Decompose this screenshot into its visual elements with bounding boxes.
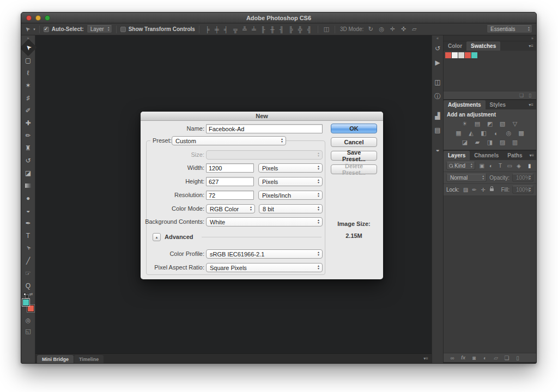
- pixel-layer-filter-icon[interactable]: ▣: [478, 163, 486, 169]
- invert-icon[interactable]: ◪: [459, 138, 470, 147]
- title-bar[interactable]: Adobe Photoshop CS6: [21, 13, 536, 23]
- 3d-slide-icon[interactable]: ✜: [399, 26, 408, 33]
- cancel-button[interactable]: Cancel: [331, 137, 377, 147]
- color-balance-icon[interactable]: ◭: [466, 128, 477, 138]
- eraser-tool[interactable]: ◪: [22, 167, 34, 179]
- background-contents-dropdown[interactable]: White: [206, 217, 323, 226]
- 3d-rotate-icon[interactable]: ↻: [366, 26, 375, 33]
- save-preset-button[interactable]: Save Preset...: [331, 151, 377, 161]
- hand-tool[interactable]: ☞: [22, 267, 34, 279]
- link-layers-icon[interactable]: ∞: [450, 355, 455, 361]
- lock-transparency-icon[interactable]: ▨: [462, 187, 469, 193]
- distribute-vertical-centers-icon[interactable]: ╫: [268, 26, 277, 33]
- clone-source-panel-icon[interactable]: ◫: [433, 76, 442, 88]
- advanced-disclosure-button[interactable]: ▲: [153, 233, 161, 241]
- resolution-input[interactable]: [206, 191, 254, 200]
- actions-panel-icon[interactable]: ▶: [433, 57, 442, 69]
- tool-preset-caret-icon[interactable]: ▾: [33, 27, 35, 32]
- tab-adjustments[interactable]: Adjustments: [444, 100, 486, 109]
- selective-color-icon[interactable]: ▨: [497, 138, 508, 147]
- channel-mixer-icon[interactable]: ◎: [504, 128, 514, 138]
- dodge-tool[interactable]: ◒: [22, 204, 34, 217]
- lock-position-icon[interactable]: ✛: [480, 187, 487, 193]
- align-left-edges-icon[interactable]: ╞: [203, 26, 212, 33]
- adjustment-layer-filter-icon[interactable]: ◐: [487, 163, 495, 169]
- distribute-left-edges-icon[interactable]: ╠: [287, 26, 295, 33]
- align-top-edges-icon[interactable]: ╦: [231, 26, 240, 33]
- width-input[interactable]: [206, 163, 254, 173]
- align-right-edges-icon[interactable]: ╡: [222, 26, 231, 33]
- lock-pixels-icon[interactable]: ✏: [471, 187, 478, 193]
- quick-mask-icon[interactable]: ◎: [22, 315, 34, 326]
- swatch-gray[interactable]: [458, 52, 464, 58]
- info-panel-icon[interactable]: ⓘ: [433, 90, 442, 102]
- swap-colors-icon[interactable]: ⇄: [29, 292, 33, 297]
- brush-tool[interactable]: ✏: [22, 129, 34, 142]
- tab-channels[interactable]: Channels: [470, 151, 503, 160]
- minimize-button[interactable]: [35, 15, 41, 21]
- default-colors-icon[interactable]: [23, 293, 26, 296]
- color-mode-dropdown[interactable]: RGB Color: [206, 204, 255, 213]
- tab-styles[interactable]: Styles: [486, 100, 510, 109]
- 3d-pan-icon[interactable]: ✛: [388, 26, 397, 33]
- 3d-roll-icon[interactable]: ◎: [377, 26, 386, 33]
- tab-timeline[interactable]: Timeline: [74, 355, 104, 363]
- hue-saturation-icon[interactable]: ▦: [453, 128, 464, 138]
- dock-collapse-icon[interactable]: «: [432, 35, 443, 41]
- dialog-title[interactable]: New: [141, 112, 383, 121]
- height-unit-dropdown[interactable]: Pixels: [258, 177, 323, 186]
- 3d-scale-icon[interactable]: ▱: [410, 26, 418, 33]
- auto-select-checkbox[interactable]: [44, 27, 49, 32]
- history-panel-icon[interactable]: ↺: [433, 42, 442, 54]
- new-adjustment-layer-icon[interactable]: ◐: [482, 355, 488, 361]
- ok-button[interactable]: OK: [331, 124, 377, 133]
- new-swatch-icon[interactable]: ❏: [519, 93, 524, 98]
- tool-presets-panel-icon[interactable]: ◒: [433, 144, 442, 156]
- opacity-dropdown[interactable]: 100%: [512, 174, 533, 182]
- brightness-contrast-icon[interactable]: ☀: [459, 119, 470, 128]
- preset-dropdown[interactable]: Custom: [172, 136, 286, 145]
- tab-color[interactable]: Color: [444, 41, 466, 51]
- panel-menu-icon[interactable]: ▾≡: [526, 41, 536, 51]
- quick-selection-tool[interactable]: ✶: [22, 79, 34, 91]
- photo-filter-icon[interactable]: ◐: [491, 128, 502, 138]
- zoom-button[interactable]: [45, 15, 50, 21]
- tab-mini-bridge[interactable]: Mini Bridge: [37, 355, 74, 363]
- distribute-bottom-edges-icon[interactable]: ╢: [277, 26, 286, 33]
- tab-swatches[interactable]: Swatches: [466, 41, 500, 51]
- eyedropper-tool[interactable]: ✐: [22, 104, 34, 117]
- lock-all-icon[interactable]: [488, 187, 495, 193]
- swatch-teal[interactable]: [471, 52, 477, 58]
- zoom-tool[interactable]: Q: [22, 279, 34, 292]
- panels-expand-icon[interactable]: »: [444, 35, 536, 41]
- width-unit-dropdown[interactable]: Pixels: [258, 163, 323, 173]
- properties-panel-icon[interactable]: ▤: [433, 124, 442, 136]
- clone-stamp-tool[interactable]: ♜: [22, 142, 34, 154]
- workspace-dropdown[interactable]: Essentials: [487, 25, 532, 33]
- height-input[interactable]: [206, 177, 254, 186]
- color-profile-dropdown[interactable]: sRGB IEC61966-2.1: [206, 249, 323, 259]
- filter-toggle-icon[interactable]: ▮: [526, 163, 533, 169]
- gradient-map-icon[interactable]: ▥: [510, 138, 520, 147]
- foreground-color-swatch[interactable]: [22, 299, 29, 306]
- tab-layers[interactable]: Layers: [444, 151, 470, 160]
- swatch-coral[interactable]: [445, 52, 451, 58]
- vibrance-icon[interactable]: ▽: [510, 119, 520, 128]
- crop-tool[interactable]: ♯: [22, 91, 34, 104]
- swatch-white[interactable]: [452, 52, 458, 58]
- layer-style-icon[interactable]: fx: [460, 355, 466, 360]
- auto-select-target-dropdown[interactable]: Layer: [87, 25, 112, 33]
- healing-brush-tool[interactable]: ✚: [22, 117, 34, 129]
- name-input[interactable]: [206, 124, 323, 133]
- bit-depth-dropdown[interactable]: 8 bit: [259, 204, 323, 213]
- fill-dropdown[interactable]: 100%: [512, 186, 533, 194]
- posterize-icon[interactable]: ▰: [472, 138, 483, 147]
- swatch-coral-2[interactable]: [465, 52, 471, 58]
- layer-mask-icon[interactable]: ◙: [471, 355, 477, 361]
- bottom-panel-menu-icon[interactable]: ▾≡: [423, 356, 432, 363]
- shape-layer-filter-icon[interactable]: ▭: [506, 163, 514, 169]
- history-brush-tool[interactable]: ↺: [22, 154, 34, 167]
- delete-layer-icon[interactable]: ▯: [515, 355, 520, 361]
- type-layer-filter-icon[interactable]: T: [496, 163, 505, 169]
- distribute-horizontal-centers-icon[interactable]: ╬: [296, 26, 305, 33]
